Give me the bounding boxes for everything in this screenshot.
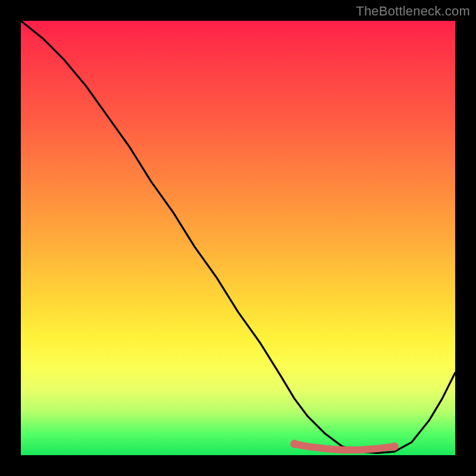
plot-area	[21, 21, 455, 455]
bottleneck-curve	[21, 21, 455, 453]
highlight-dot	[390, 442, 399, 450]
highlight-dot	[290, 440, 299, 448]
highlight-band	[295, 444, 394, 450]
curve-svg	[21, 21, 455, 455]
watermark-text: TheBottleneck.com	[356, 4, 470, 19]
chart-frame: TheBottleneck.com	[0, 0, 476, 476]
